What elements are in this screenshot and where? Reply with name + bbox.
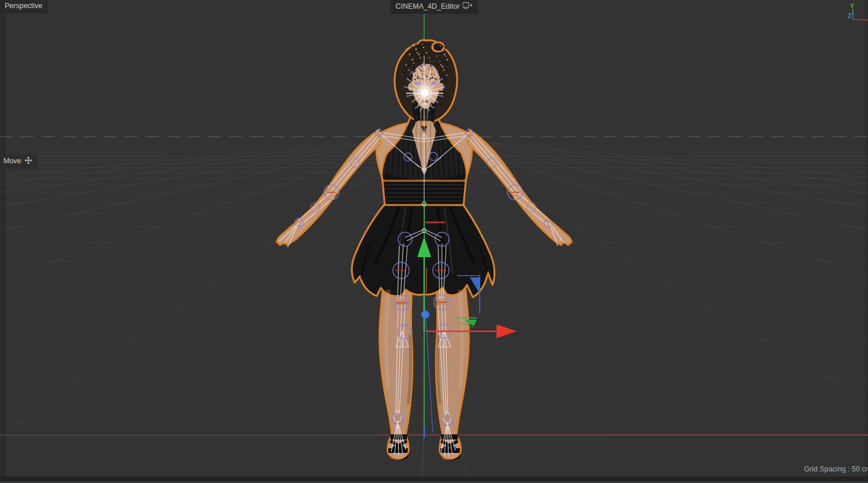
gizmo-z-axis-handle[interactable] xyxy=(421,310,429,319)
grid-spacing-label: Grid Spacing : 50 cm xyxy=(804,466,868,473)
view-mode-label: Perspective xyxy=(0,0,48,13)
editor-window-text: CINEMA_4D_Editor xyxy=(395,3,459,10)
view-mode-text: Perspective xyxy=(5,2,42,10)
gizmo-x-axis-arrow[interactable] xyxy=(496,324,517,338)
viewport-bottom-bar xyxy=(0,477,868,483)
active-tool-label: Move xyxy=(0,155,38,169)
active-tool-text: Move xyxy=(3,158,21,165)
editor-window-label: CINEMA_4D_Editor xyxy=(390,0,477,14)
axis-y-label: Y xyxy=(850,2,855,9)
axis-orientation-widget: Y Z xyxy=(848,2,868,20)
axis-z-label: Z xyxy=(848,12,852,19)
grid-spacing-text: Grid Spacing : 50 cm xyxy=(804,465,868,473)
move-cursor-icon xyxy=(24,156,32,166)
viewport-3d[interactable]: Y Z Perspective CINEMA_4D_Editor Move xyxy=(0,0,868,483)
editor-window-icon xyxy=(463,2,473,10)
hair-bun xyxy=(432,42,444,52)
